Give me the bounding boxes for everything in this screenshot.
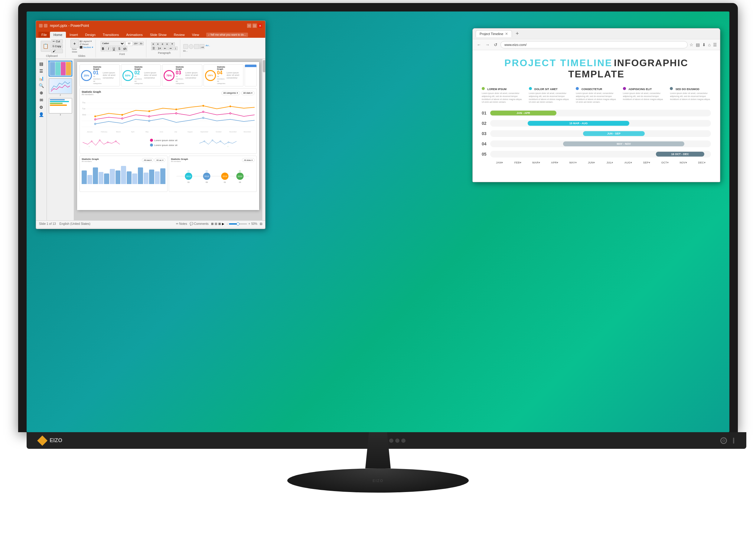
ppt-tab-design[interactable]: Design xyxy=(82,32,99,38)
cut-button[interactable]: ✂ Cut xyxy=(51,39,63,44)
bold-btn[interactable]: B xyxy=(101,47,106,51)
slide-thumb-3[interactable]: 3 xyxy=(49,98,72,116)
new-tab-button[interactable]: + xyxy=(516,31,519,37)
view-slideshow-btn[interactable]: ▶ xyxy=(222,222,224,226)
sidebar-icon-zoom[interactable]: ⊕ xyxy=(40,90,43,95)
ppt-tab-view[interactable]: View xyxy=(188,32,203,38)
ppt-minimize-btn[interactable]: ─ xyxy=(247,24,251,28)
sidebar-icon-search[interactable]: 🔍 xyxy=(39,83,44,88)
sidebar-icon-settings[interactable]: ⚙ xyxy=(39,105,43,110)
view-slide-btn[interactable]: ⊟ xyxy=(215,222,217,226)
ppt-tab-insert[interactable]: Insert xyxy=(66,32,82,38)
italic-btn[interactable]: I xyxy=(106,47,111,51)
sidebar-icon-chart[interactable]: 📊 xyxy=(39,76,44,81)
view-reading-btn[interactable]: ⊠ xyxy=(218,222,221,226)
paste-button[interactable]: 📋 xyxy=(41,41,51,52)
comments-btn[interactable]: 💬 Comments xyxy=(190,222,209,226)
browser-window[interactable]: Project Timeline ✕ + ← → ↺ www.eizo.com/ xyxy=(472,28,720,182)
align-right-btn[interactable]: ≡ xyxy=(160,42,164,46)
filter-stats[interactable]: All stats ▾ xyxy=(241,91,255,95)
ppt-tab-transitions[interactable]: Transitions xyxy=(99,32,122,38)
monitor-bezel: report.pptx - PowerPoint ─ □ ✕ File Home… xyxy=(18,3,738,432)
filter-categories[interactable]: All categories ▾ xyxy=(221,91,240,95)
chart-filters[interactable]: All categories ▾ All stats ▾ xyxy=(221,91,255,95)
sidebar-icon-mail[interactable]: ✉ xyxy=(40,98,43,103)
ppt-window-buttons[interactable]: ─ □ ✕ xyxy=(247,24,262,28)
browser-tab-close[interactable]: ✕ xyxy=(505,32,508,36)
strikethrough-btn[interactable]: S xyxy=(117,47,122,51)
slide-thumb-1[interactable]: 1 xyxy=(49,61,72,77)
menu-icon[interactable]: ☰ xyxy=(713,42,717,47)
bullets-btn[interactable]: ☰ xyxy=(151,47,156,50)
shape-rect[interactable] xyxy=(194,44,199,49)
section-button[interactable]: ⬛ Section ▾ xyxy=(80,46,93,49)
layout-dropdown[interactable]: ▤ Layout ▾ xyxy=(80,40,93,43)
font-family-select[interactable]: Calibri xyxy=(101,41,125,46)
bottom-left-filters[interactable]: All stats ▾ All cat. ▾ xyxy=(142,158,165,162)
ppt-scrollbar[interactable] xyxy=(262,59,265,220)
reader-icon[interactable]: ▤ xyxy=(696,42,700,47)
monitor-btn-3[interactable] xyxy=(389,438,393,443)
bookmark-icon[interactable]: ☆ xyxy=(689,42,693,47)
svg-text:↑: ↑ xyxy=(227,145,228,148)
arrange-btn[interactable]: Arr.. xyxy=(205,44,211,49)
align-left-btn[interactable]: ≡ xyxy=(151,42,155,46)
ppt-tab-slideshow[interactable]: Slide Show xyxy=(146,32,170,38)
svg-point-9 xyxy=(121,114,123,116)
scroll-thumb[interactable] xyxy=(263,60,266,72)
ppt-tab-home[interactable]: Home xyxy=(50,32,66,38)
zoom-slider[interactable] xyxy=(229,223,247,225)
notes-btn[interactable]: ✏ Notes xyxy=(176,222,187,226)
new-slide-button[interactable]: + NewSlide xyxy=(70,39,79,53)
monitor-btn-5[interactable] xyxy=(401,438,406,443)
ppt-close-btn[interactable]: ✕ xyxy=(258,24,262,28)
view-normal-btn[interactable]: ⊞ xyxy=(211,222,213,226)
format-painter-button[interactable]: 🖌 xyxy=(51,49,63,53)
shape-arrow[interactable]: → xyxy=(200,44,204,49)
shape-circle[interactable] xyxy=(189,44,194,49)
shape-line[interactable] xyxy=(183,44,188,49)
shadow-btn[interactable]: sh xyxy=(122,47,127,51)
bottom-left-filter2[interactable]: All cat. ▾ xyxy=(154,158,165,162)
gantt-bar-2: 15 MAR - AUG xyxy=(528,121,629,126)
browser-reload-btn[interactable]: ↺ xyxy=(493,42,499,48)
increase-font-btn[interactable]: A+ xyxy=(133,42,138,45)
browser-back-btn[interactable]: ← xyxy=(476,42,482,48)
ppt-tab-animations[interactable]: Animations xyxy=(122,32,146,38)
monitor-joystick[interactable] xyxy=(733,438,734,444)
sidebar-icon-slides[interactable]: ▤ xyxy=(39,61,43,66)
line-spacing-btn[interactable]: ↕ xyxy=(174,47,178,50)
sidebar-icon-person[interactable]: 👤 xyxy=(39,112,44,117)
justify-btn[interactable]: ≡ xyxy=(165,42,169,46)
ppt-maximize-btn[interactable]: □ xyxy=(253,24,257,28)
numbering-btn[interactable]: 1≡ xyxy=(157,47,162,50)
reset-button[interactable]: ↺ Reset xyxy=(80,43,93,46)
copy-button[interactable]: ⎘ Copy xyxy=(51,44,63,48)
ppt-tab-review[interactable]: Review xyxy=(170,32,188,38)
legend-5: SED DO EIUSMOD Lorem ipsum dolor sit ame… xyxy=(670,86,711,104)
bottom-right-filter[interactable]: All slides ▾ xyxy=(242,158,255,162)
columns-btn[interactable]: ⫩ xyxy=(170,42,175,46)
powerpoint-window[interactable]: report.pptx - PowerPoint ─ □ ✕ File Home… xyxy=(36,21,266,229)
indent-more-btn[interactable]: ⇒ xyxy=(168,47,173,50)
home-icon[interactable]: ⌂ xyxy=(708,42,711,47)
fit-window-btn[interactable]: ⊡ xyxy=(260,222,262,226)
browser-tab-active[interactable]: Project Timeline ✕ xyxy=(476,30,512,37)
monitor-power-btn[interactable]: ⏻ xyxy=(720,437,727,444)
indent-less-btn[interactable]: ⇐ xyxy=(163,47,168,50)
align-center-btn[interactable]: ≡ xyxy=(156,42,160,46)
decrease-font-btn[interactable]: A- xyxy=(139,42,144,45)
sidebar-icon-outline[interactable]: ☰ xyxy=(39,69,43,73)
slide-thumb-2[interactable]: 2 xyxy=(49,78,72,96)
bottom-left-filter1[interactable]: All stats ▾ xyxy=(142,158,154,162)
font-size-input[interactable] xyxy=(125,41,133,46)
monitor-btn-4[interactable] xyxy=(395,438,399,443)
underline-btn[interactable]: U xyxy=(112,47,116,51)
browser-forward-btn[interactable]: → xyxy=(484,42,491,48)
download-icon[interactable]: ⬇ xyxy=(702,42,706,47)
stat-info-4: Statistic Graph 04 All membersAll catego… xyxy=(217,66,226,85)
url-bar[interactable]: www.eizo.com/ xyxy=(500,41,688,48)
zoom-out-btn[interactable]: - xyxy=(227,222,228,226)
ppt-tab-file[interactable]: File xyxy=(38,32,50,38)
zoom-in-btn[interactable]: + xyxy=(248,222,250,226)
